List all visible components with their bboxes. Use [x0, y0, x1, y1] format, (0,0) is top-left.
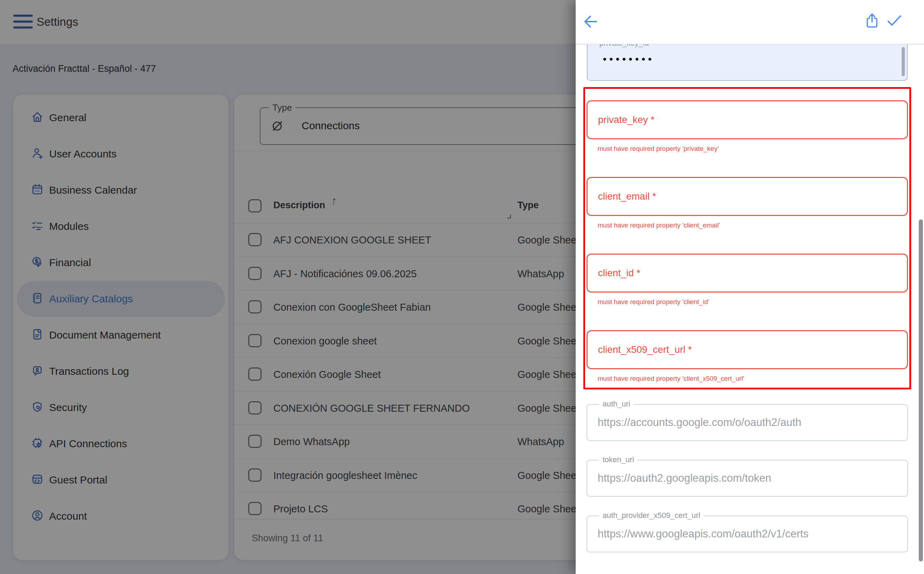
- validation-error-message: must have required property 'client_x509…: [598, 375, 908, 382]
- required-input-field[interactable]: client_x509_cert_url *: [587, 330, 908, 369]
- url-field-group: auth_uri https://accounts.google.com/o/o…: [587, 404, 908, 571]
- url-input-field[interactable]: auth_uri https://accounts.google.com/o/o…: [587, 404, 908, 441]
- private-key-id-field[interactable]: private_key_id ••••••••: [587, 44, 908, 81]
- back-arrow-icon[interactable]: [581, 13, 600, 31]
- field-label: client_id *: [598, 268, 640, 279]
- error-field-group: client_x509_cert_url * must have require…: [587, 330, 908, 382]
- url-input-field[interactable]: token_uri https://oauth2.googleapis.com/…: [587, 460, 908, 497]
- field-label-clipped: private_key_id: [600, 44, 649, 47]
- field-label: token_uri: [599, 455, 638, 464]
- error-field-group: client_id * must have required property …: [587, 254, 908, 306]
- field-label: auth_uri: [599, 399, 634, 408]
- error-field-group: client_email * must have required proper…: [587, 177, 908, 229]
- required-input-field[interactable]: client_id *: [587, 254, 908, 293]
- url-input-field[interactable]: auth_provider_x509_cert_url https://www.…: [587, 516, 908, 552]
- field-value: https://accounts.google.com/o/oauth2/aut…: [598, 416, 801, 429]
- validation-error-message: must have required property 'client_id': [598, 298, 908, 306]
- field-label: private_key *: [598, 114, 655, 125]
- field-label: client_x509_cert_url *: [598, 344, 692, 355]
- field-scrollbar-thumb[interactable]: [902, 47, 905, 76]
- required-input-field[interactable]: private_key *: [587, 100, 908, 139]
- share-icon[interactable]: [864, 13, 880, 29]
- field-value: https://oauth2.googleapis.com/token: [598, 472, 771, 484]
- validation-error-message: must have required property 'client_emai…: [598, 222, 908, 229]
- overlay-scrim[interactable]: [0, 0, 576, 574]
- validation-error-message: must have required property 'private_key…: [598, 145, 908, 153]
- required-input-field[interactable]: client_email *: [587, 177, 908, 216]
- connection-edit-drawer: private_key_id •••••••• private_key * mu…: [576, 0, 924, 574]
- field-label: auth_provider_x509_cert_url: [599, 511, 704, 520]
- validation-error-group: private_key * must have required propert…: [583, 87, 911, 390]
- check-icon[interactable]: [885, 12, 903, 30]
- masked-value: ••••••••: [603, 53, 655, 65]
- app-root: Settings Activación Fracttal - Español -…: [0, 0, 924, 574]
- field-value: https://www.googleapis.com/oauth2/v1/cer…: [598, 528, 808, 540]
- drawer-scrollbar-thumb[interactable]: [919, 219, 923, 561]
- error-field-group: private_key * must have required propert…: [587, 100, 908, 153]
- field-label: client_email *: [598, 191, 656, 202]
